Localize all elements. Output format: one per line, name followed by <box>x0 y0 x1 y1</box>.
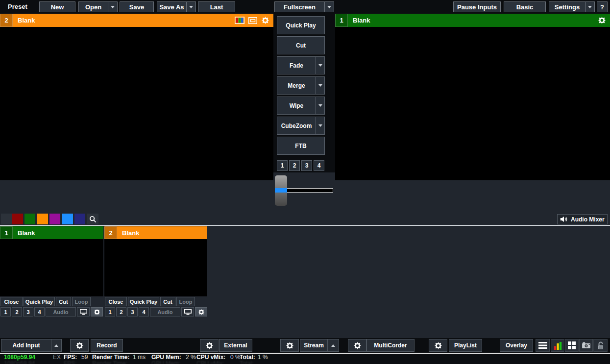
fullscreen-button[interactable]: Fullscreen <box>274 1 334 12</box>
shortcuts-menu-button[interactable] <box>536 339 550 352</box>
last-button[interactable]: Last <box>198 1 235 12</box>
input-2-close-button[interactable]: Close <box>105 297 127 306</box>
overlay-3-button[interactable]: 3 <box>301 160 312 171</box>
input-1-cut-button[interactable]: Cut <box>56 297 71 306</box>
lock-button[interactable] <box>593 339 608 352</box>
gear-icon <box>353 341 362 350</box>
input-1-fullscreen-button[interactable] <box>77 307 90 316</box>
help-button[interactable]: ? <box>597 1 608 12</box>
input-1-close-button[interactable]: Close <box>0 297 23 306</box>
gear-icon <box>198 309 205 315</box>
multicorder-button[interactable]: MultiCorder <box>366 339 415 352</box>
basic-button[interactable]: Basic <box>504 1 546 12</box>
fullscreen-dropdown[interactable] <box>324 2 334 12</box>
input-2-overlay-3-button[interactable]: 3 <box>127 307 138 316</box>
color-swatch-red[interactable] <box>12 214 23 224</box>
overlay-1-button[interactable]: 1 <box>277 160 288 171</box>
input-1-thumbnail[interactable] <box>0 239 103 296</box>
snapshot-button[interactable] <box>579 339 593 352</box>
input-2-overlay-2-button[interactable]: 2 <box>116 307 126 316</box>
merge-dropdown[interactable] <box>316 77 324 94</box>
add-input-button[interactable]: Add Input <box>1 339 62 352</box>
chevron-down-icon <box>318 104 322 107</box>
color-bars-icon[interactable] <box>235 17 244 24</box>
open-button[interactable]: Open <box>78 1 118 12</box>
color-swatch-purple[interactable] <box>49 214 60 224</box>
color-swatch-green[interactable] <box>24 214 35 224</box>
overlay-4-button[interactable]: 4 <box>314 160 324 171</box>
record-button[interactable]: Record <box>91 339 123 352</box>
stream-settings-button[interactable] <box>280 339 299 352</box>
cubezoom-dropdown[interactable] <box>316 117 324 134</box>
input-1-title-bar[interactable]: 1 Blank <box>0 226 103 239</box>
input-2-audio-button[interactable]: Audio <box>150 307 180 316</box>
stream-dropdown[interactable] <box>327 340 339 351</box>
pause-inputs-button[interactable]: Pause Inputs <box>453 1 501 12</box>
program-input-number: 1 <box>335 14 348 27</box>
quick-play-button[interactable]: Quick Play <box>277 16 325 34</box>
input-1-overlay-1-button[interactable]: 1 <box>0 307 11 316</box>
input-2-loop-button[interactable]: Loop <box>176 297 195 306</box>
multicorder-settings-button[interactable] <box>348 339 366 352</box>
divider-line <box>0 225 610 226</box>
gear-icon[interactable] <box>598 16 606 24</box>
tbar-track[interactable] <box>287 188 333 193</box>
color-swatch-none[interactable] <box>1 214 12 224</box>
audio-meters-button[interactable] <box>551 339 564 352</box>
input-1-overlay-3-button[interactable]: 3 <box>23 307 33 316</box>
audio-mixer-button[interactable]: Audio Mixer <box>557 214 608 224</box>
input-2-number: 2 <box>104 226 117 239</box>
status-total-label: Total: <box>240 354 255 361</box>
input-2-title-bar[interactable]: 2 Blank <box>104 226 207 239</box>
fade-button[interactable]: Fade <box>277 56 325 74</box>
preset-label: Preset <box>8 0 27 14</box>
cut-button[interactable]: Cut <box>277 36 325 54</box>
input-2-overlay-4-button[interactable]: 4 <box>139 307 149 316</box>
input-1-quick-play-button[interactable]: Quick Play <box>24 297 55 306</box>
wipe-button[interactable]: Wipe <box>277 97 325 115</box>
overlay-2-button[interactable]: 2 <box>289 160 300 171</box>
fade-dropdown[interactable] <box>316 57 324 74</box>
open-dropdown[interactable] <box>108 2 117 12</box>
transition-panel: Fullscreen Quick Play Cut Fade Merge Wip… <box>273 0 335 172</box>
tbar-position-indicator <box>275 188 287 193</box>
stream-button[interactable]: Stream <box>300 339 339 352</box>
external-settings-button[interactable] <box>200 339 219 352</box>
search-button[interactable] <box>87 214 98 224</box>
merge-button[interactable]: Merge <box>277 76 325 95</box>
save-as-button[interactable]: Save As <box>157 1 196 12</box>
cubezoom-button[interactable]: CubeZoom <box>277 117 325 135</box>
input-2-settings-button[interactable] <box>195 307 207 316</box>
playlist-button[interactable]: PlayList <box>449 339 482 352</box>
wipe-dropdown[interactable] <box>316 97 324 114</box>
playlist-settings-button[interactable] <box>429 339 447 352</box>
input-1-overlay-4-button[interactable]: 4 <box>34 307 45 316</box>
new-button[interactable]: New <box>39 1 75 12</box>
record-settings-button[interactable] <box>70 339 89 352</box>
chevron-down-icon <box>318 124 322 127</box>
settings-button[interactable]: Settings <box>549 1 595 12</box>
color-swatch-orange[interactable] <box>37 214 48 224</box>
color-swatch-blue[interactable] <box>62 214 73 224</box>
gear-icon[interactable] <box>261 16 269 24</box>
input-1-overlay-2-button[interactable]: 2 <box>12 307 22 316</box>
input-2-thumbnail[interactable] <box>104 239 207 296</box>
input-1-audio-button[interactable]: Audio <box>46 307 76 316</box>
input-2-cut-button[interactable]: Cut <box>160 297 175 306</box>
color-swatch-navy[interactable] <box>74 214 85 224</box>
multiview-grid-button[interactable] <box>565 339 579 352</box>
external-button[interactable]: External <box>219 339 252 352</box>
add-input-dropdown[interactable] <box>51 340 61 351</box>
overlay-button[interactable]: Overlay <box>500 339 533 352</box>
tbar-handle[interactable] <box>275 175 287 206</box>
input-1-settings-button[interactable] <box>91 307 103 316</box>
input-2-quick-play-button[interactable]: Quick Play <box>128 297 159 306</box>
input-2-overlay-1-button[interactable]: 1 <box>105 307 115 316</box>
input-2-fullscreen-button[interactable] <box>181 307 194 316</box>
settings-dropdown[interactable] <box>585 2 594 12</box>
save-as-dropdown[interactable] <box>186 2 195 12</box>
save-button[interactable]: Save <box>120 1 154 12</box>
ftb-button[interactable]: FTB <box>277 137 325 155</box>
input-1-loop-button[interactable]: Loop <box>72 297 91 306</box>
fullscreen-monitor-icon[interactable] <box>248 17 257 24</box>
